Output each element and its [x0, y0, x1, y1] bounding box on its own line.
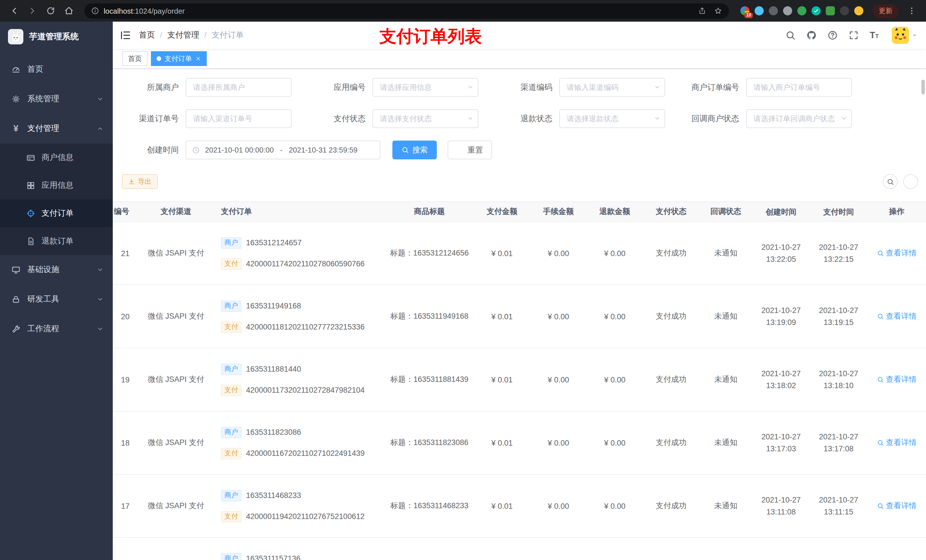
breadcrumb-payment[interactable]: 支付管理	[168, 30, 212, 41]
sidebar-item-infra[interactable]: 基础设施	[0, 255, 113, 285]
table-body: 21 微信 JSAPI 支付 商户 1635312124657 支付	[113, 222, 926, 560]
extension-icon-blue[interactable]	[755, 6, 764, 15]
pay-tag: 支付	[221, 511, 242, 522]
tab-pay-order[interactable]: 支付订单	[151, 51, 207, 66]
chevron-down-icon	[654, 84, 661, 91]
merchant-input[interactable]	[186, 78, 292, 97]
main-area: 首页 支付管理 支付订单 支付订单列表 TT	[113, 22, 926, 560]
cell-fee-amount: ¥ 0.00	[530, 375, 587, 384]
browser-forward-button[interactable]	[25, 3, 40, 18]
pay-status-select[interactable]	[372, 109, 478, 128]
pay-order-no: 4200001167202110271022491439	[246, 449, 365, 457]
cell-title: 标题：1635311468233	[385, 501, 474, 511]
sidebar: 芋道管理系统 首页 系统管理 ¥ 支付管理	[0, 22, 113, 560]
cell-create-time: 2021-10-27 13:22:05	[752, 241, 810, 265]
cell-notify-status: 未通知	[699, 438, 752, 448]
toggle-search-button[interactable]	[883, 174, 897, 189]
sidebar-item-dev-tools[interactable]: 研发工具	[0, 285, 113, 314]
font-size-icon[interactable]: TT	[870, 31, 879, 40]
lock-icon	[11, 295, 21, 304]
browser-update-button[interactable]: 更新	[873, 4, 899, 18]
extension-icon-lightgrey[interactable]	[783, 6, 792, 15]
export-button[interactable]: 导出	[122, 174, 158, 189]
extension-icon-green-square[interactable]	[826, 6, 835, 15]
cell-pay-status: 支付成功	[643, 248, 699, 258]
channel-order-no-input[interactable]	[186, 109, 292, 128]
sidebar-item-label: 工作流程	[27, 324, 59, 334]
sidebar-item-system[interactable]: 系统管理	[0, 84, 113, 114]
fullscreen-icon[interactable]	[849, 30, 859, 41]
refund-status-select[interactable]	[559, 109, 665, 128]
view-detail-link[interactable]: 查看详情	[877, 311, 917, 322]
merchant-order-no: 1635312124657	[246, 238, 301, 247]
extension-icon-emoji[interactable]	[854, 6, 863, 15]
extension-icon-multicolor[interactable]: 10	[740, 6, 749, 15]
browser-reload-button[interactable]	[43, 3, 58, 18]
scrollbar-thumb[interactable]	[921, 80, 925, 95]
view-detail-link[interactable]: 查看详情	[877, 248, 917, 258]
cell-notify-status: 未通知	[699, 311, 752, 322]
date-range-picker[interactable]: 2021-10-01 00:00:00 - 2021-10-31 23:59:5…	[186, 140, 380, 159]
cell-fee-amount: ¥ 0.00	[530, 249, 587, 258]
card-icon	[26, 153, 35, 162]
browser-menu-icon[interactable]	[904, 3, 919, 18]
pay-tag: 支付	[221, 385, 242, 396]
extension-icon-grey[interactable]	[769, 6, 778, 15]
browser-home-button[interactable]	[62, 3, 76, 18]
sidebar-item-app-info[interactable]: 应用信息	[0, 171, 113, 199]
sidebar-item-payment[interactable]: ¥ 支付管理	[0, 114, 113, 143]
refresh-table-button[interactable]	[903, 174, 918, 189]
extension-icon-pin[interactable]	[840, 6, 849, 15]
sidebar-item-workflow[interactable]: 工作流程	[0, 314, 113, 344]
pay-order-no: 4200001173202110272847982104	[246, 386, 365, 394]
search-button[interactable]: 搜索	[392, 140, 437, 159]
view-detail-link[interactable]: 查看详情	[877, 374, 917, 385]
search-icon[interactable]	[785, 30, 796, 41]
view-detail-link[interactable]: 查看详情	[877, 501, 917, 511]
merchant-tag: 商户	[221, 490, 242, 501]
extension-icon-check[interactable]	[811, 6, 821, 15]
sidebar-item-label: 退款订单	[42, 236, 73, 246]
notify-status-select[interactable]	[746, 109, 852, 128]
breadcrumb-home[interactable]: 首页	[139, 30, 168, 41]
table-mini-actions	[883, 174, 918, 189]
cell-order: 商户 1635311949168 支付 42000011812021102777…	[214, 300, 385, 333]
merchant-tag: 商户	[221, 300, 242, 312]
merchant-order-no-input[interactable]	[746, 78, 852, 97]
app-id-select[interactable]	[372, 78, 478, 97]
sidebar-item-label: 基础设施	[27, 265, 59, 275]
chevron-up-icon	[97, 125, 104, 132]
extension-icon-green[interactable]	[797, 6, 806, 15]
cell-actions: 查看详情	[867, 248, 926, 258]
cell-notify-status: 未通知	[699, 374, 752, 385]
table-header: 编号 支付渠道 支付订单 商品标题 支付金额 手续金额 退款金额 支付状态 回调…	[113, 201, 926, 222]
chevron-down-icon	[654, 115, 661, 122]
payment-submenu: 商户信息 应用信息 支付订单 退款订单	[0, 143, 113, 255]
close-icon[interactable]	[195, 56, 201, 62]
sidebar-item-refund-order[interactable]: 退款订单	[0, 227, 113, 255]
bookmark-star-icon[interactable]	[714, 7, 722, 15]
github-icon[interactable]	[806, 30, 817, 41]
reset-button[interactable]: 重置	[448, 140, 492, 159]
url-bar[interactable]: localhost:1024/pay/order	[84, 3, 729, 18]
cell-id: 17	[113, 502, 138, 510]
yuan-icon: ¥	[11, 124, 21, 134]
browser-back-button[interactable]	[7, 3, 22, 18]
view-detail-link[interactable]: 查看详情	[877, 438, 917, 448]
cell-actions: 查看详情	[867, 501, 926, 511]
merchant-order-no: 1635311468233	[246, 491, 301, 500]
sidebar-item-home[interactable]: 首页	[0, 54, 113, 84]
app-logo-row[interactable]: 芋道管理系统	[0, 22, 113, 51]
share-icon[interactable]	[698, 7, 706, 15]
sidebar-toggle-icon[interactable]	[120, 30, 131, 41]
sidebar-item-merchant-info[interactable]: 商户信息	[0, 143, 113, 171]
cell-create-time: 2021-10-27 13:18:02	[752, 368, 810, 391]
site-info-icon[interactable]	[91, 7, 99, 15]
tab-home[interactable]: 首页	[123, 51, 147, 66]
sidebar-item-pay-order[interactable]: 支付订单	[0, 199, 113, 227]
user-menu[interactable]	[892, 27, 918, 44]
screen: localhost:1024/pay/order 10 更新 芋道管理系统	[0, 0, 926, 560]
sidebar-item-label: 研发工具	[27, 294, 59, 305]
help-icon[interactable]	[828, 30, 838, 41]
channel-code-select[interactable]	[559, 78, 665, 97]
